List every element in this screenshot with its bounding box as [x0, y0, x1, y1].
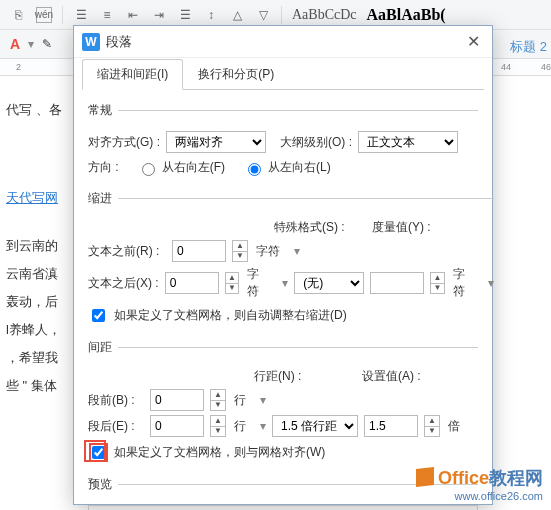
document-body: 代写 、各 天代写网 到云南的 云南省滇 轰动，后 l养蜂人， ，希望我 些 "… [0, 76, 75, 510]
brand-name-2: 教程网 [489, 468, 543, 488]
set-value-label: 设置值(A) : [362, 368, 421, 385]
section-general-label: 常规 [88, 102, 118, 119]
section-general: 常规 对齐方式(G) : 两端对齐 大纲级别(O) : 正文文本 方向 : 从右… [88, 102, 478, 182]
align-select[interactable]: 两端对齐 [166, 131, 266, 153]
section-preview-label: 预览 [88, 476, 118, 493]
align-icon[interactable]: ☰ [177, 7, 193, 23]
direction-ltr-radio[interactable]: 从左向右(L) [243, 159, 331, 176]
indent-left-icon[interactable]: ⇤ [125, 7, 141, 23]
preview-box: 前一段落前一段落前一段落前一段落前一段落前一段落前一段落前一段落前一段落前一段落… [88, 505, 478, 510]
line-spacing-select[interactable]: 1.5 倍行距 [272, 415, 358, 437]
indent-right-icon[interactable]: ⇥ [151, 7, 167, 23]
set-value-spinner[interactable]: ▲▼ [424, 415, 440, 437]
dropdown-icon[interactable]: ▾ [28, 37, 34, 51]
indent-before-label: 文本之前(R) : [88, 243, 166, 260]
dialog-tabs: 缩进和间距(I) 换行和分页(P) [82, 58, 484, 90]
tab-indent-spacing[interactable]: 缩进和间距(I) [82, 59, 183, 90]
measure-spinner[interactable]: ▲▼ [430, 272, 444, 294]
dialog-titlebar: W 段落 ✕ [74, 26, 492, 58]
app-logo-icon: W [82, 33, 100, 51]
unit-char: 字符 [256, 243, 280, 260]
list-number-icon[interactable]: ≡ [99, 7, 115, 23]
direction-rtl-label: 从右向左(F) [162, 159, 225, 176]
section-indent: 缩进 特殊格式(S) : 度量值(Y) : 文本之前(R) : ▲▼ 字符▾ 文… [88, 190, 494, 331]
direction-rtl-radio[interactable]: 从右向左(F) [137, 159, 225, 176]
unit-line: 行 [234, 392, 246, 409]
special-format-label: 特殊格式(S) : [274, 219, 364, 236]
ruler-mark: 44 [501, 62, 511, 72]
unit-times: 倍 [448, 418, 460, 435]
ruler-mark: 2 [16, 62, 21, 72]
close-icon[interactable]: ✕ [463, 32, 484, 51]
direction-label: 方向 : [88, 159, 119, 176]
separator [62, 6, 63, 24]
tab-line-page-breaks[interactable]: 换行和分页(P) [183, 59, 289, 90]
line-spacing-label: 行距(N) : [254, 368, 354, 385]
indent-before-input[interactable] [172, 240, 226, 262]
direction-ltr-label: 从左向右(L) [268, 159, 331, 176]
measure-label: 度量值(Y) : [372, 219, 431, 236]
measure-input[interactable] [370, 272, 424, 294]
auto-indent-checkbox[interactable] [92, 309, 105, 322]
indent-after-input[interactable] [165, 272, 219, 294]
ruler-mark: 46 [541, 62, 551, 72]
highlight-icon[interactable]: ✎ [42, 37, 52, 51]
unit-char: 字符 [453, 266, 474, 300]
doc-line: 轰动，后 [0, 288, 75, 316]
line-spacing-icon[interactable]: ↕ [203, 7, 219, 23]
space-before-input[interactable] [150, 389, 204, 411]
brand-cube-icon [416, 467, 434, 487]
list-bullet-icon[interactable]: ☰ [73, 7, 89, 23]
section-indent-label: 缩进 [88, 190, 118, 207]
separator [281, 6, 282, 24]
section-spacing: 间距 行距(N) : 设置值(A) : 段前(B) : ▲▼ 行▾ 段后(E) … [88, 339, 478, 468]
doc-line: 些 " 集体 [0, 372, 75, 400]
dialog-title: 段落 [106, 33, 463, 51]
doc-line: l养蜂人， [0, 316, 75, 344]
indent-after-label: 文本之后(X) : [88, 275, 159, 292]
style-preview-bold[interactable]: AaBlAaBb( [367, 6, 446, 24]
indent-before-spinner[interactable]: ▲▼ [232, 240, 248, 262]
outline-select[interactable]: 正文文本 [358, 131, 458, 153]
doc-line: 代写 、各 [0, 96, 75, 124]
brand-url: www.office26.com [416, 490, 543, 502]
space-after-spinner[interactable]: ▲▼ [210, 415, 226, 437]
space-after-label: 段后(E) : [88, 418, 144, 435]
unit-char: 字符 [247, 266, 268, 300]
copy-icon[interactable]: ⎘ [10, 7, 26, 23]
brand-name-1: Office [438, 468, 489, 488]
watermark-brand: Office教程网 www.office26.com [416, 466, 543, 502]
special-format-select[interactable]: (无) [294, 272, 364, 294]
style-heading-label[interactable]: 标题 2 [510, 38, 547, 56]
doc-line: 到云南的 [0, 232, 75, 260]
set-value-input[interactable] [364, 415, 418, 437]
highlight-box [84, 440, 106, 462]
auto-indent-label: 如果定义了文档网格，则自动调整右缩进(D) [114, 307, 347, 324]
ruler-b-icon[interactable]: ▽ [255, 7, 271, 23]
outline-label: 大纲级别(O) : [280, 134, 352, 151]
section-spacing-label: 间距 [88, 339, 118, 356]
unit-line: 行 [234, 418, 246, 435]
dialog-content: 常规 对齐方式(G) : 两端对齐 大纲级别(O) : 正文文本 方向 : 从右… [74, 90, 492, 510]
doc-line: ，希望我 [0, 344, 75, 372]
indent-after-spinner[interactable]: ▲▼ [225, 272, 239, 294]
ruler-a-icon[interactable]: △ [229, 7, 245, 23]
wen-icon[interactable]: wén [36, 7, 52, 23]
space-before-spinner[interactable]: ▲▼ [210, 389, 226, 411]
space-after-input[interactable] [150, 415, 204, 437]
space-before-label: 段前(B) : [88, 392, 144, 409]
doc-line: 云南省滇 [0, 260, 75, 288]
paragraph-dialog: W 段落 ✕ 缩进和间距(I) 换行和分页(P) 常规 对齐方式(G) : 两端… [73, 25, 493, 505]
doc-link[interactable]: 天代写网 [0, 184, 75, 212]
font-color-icon[interactable]: A [10, 36, 20, 52]
style-preview-normal[interactable]: AaBbCcDc [292, 7, 357, 23]
snap-grid-label: 如果定义了文档网格，则与网格对齐(W) [114, 444, 325, 461]
align-label: 对齐方式(G) : [88, 134, 160, 151]
